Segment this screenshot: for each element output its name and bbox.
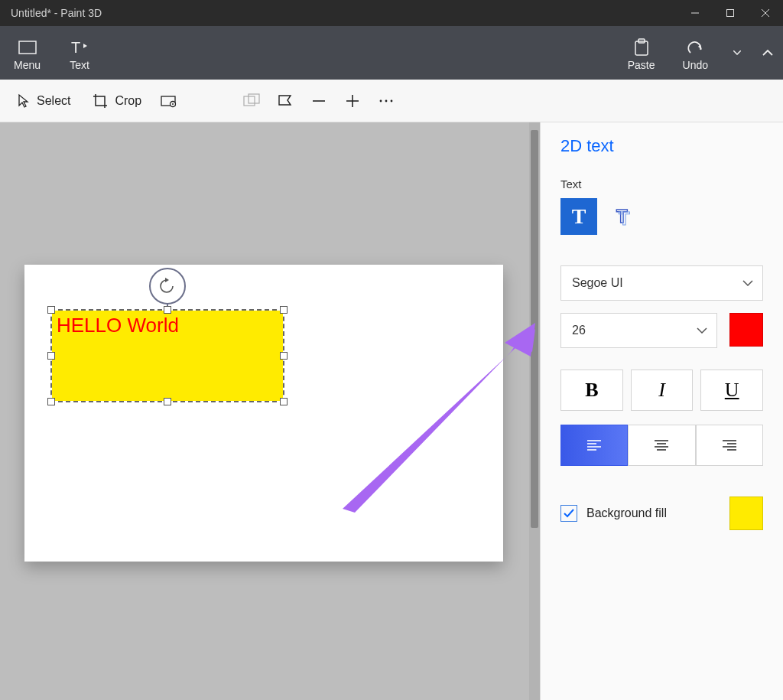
- background-fill-color[interactable]: [729, 497, 763, 530]
- menu-label: Menu: [14, 59, 41, 71]
- align-left-button[interactable]: [560, 425, 628, 466]
- window-title: Untitled* - Paint 3D: [11, 7, 677, 19]
- resize-handle-e[interactable]: [280, 352, 288, 360]
- resize-handle-nw[interactable]: [47, 306, 55, 314]
- text-3d-button[interactable]: T T: [608, 198, 645, 235]
- crop-label: Crop: [115, 94, 141, 108]
- crop-icon: [92, 93, 109, 109]
- align-left-icon: [586, 439, 603, 451]
- resize-handle-sw[interactable]: [47, 398, 55, 405]
- plus-tool[interactable]: [337, 86, 368, 116]
- close-button[interactable]: [748, 0, 783, 26]
- text-tool-button[interactable]: T Text: [54, 26, 105, 80]
- svg-rect-11: [244, 96, 255, 106]
- align-group: [560, 425, 763, 466]
- svg-rect-1: [727, 10, 734, 17]
- text-box-selection[interactable]: HELLO World: [52, 311, 283, 401]
- paste-icon: [633, 36, 650, 59]
- select-label: Select: [37, 94, 70, 108]
- select-tool[interactable]: Select: [8, 89, 80, 113]
- minimize-button[interactable]: [677, 0, 713, 26]
- canvas[interactable]: HELLO World: [24, 265, 503, 562]
- italic-button[interactable]: I: [631, 370, 694, 411]
- underline-button[interactable]: U: [700, 370, 763, 411]
- flag-tool[interactable]: [270, 86, 301, 116]
- svg-rect-4: [19, 41, 36, 54]
- crop-tool[interactable]: Crop: [83, 88, 151, 114]
- text-icon: T: [68, 36, 91, 59]
- svg-point-10: [172, 103, 174, 105]
- app-window: Untitled* - Paint 3D Menu T Text: [0, 0, 783, 700]
- svg-point-16: [380, 99, 382, 102]
- svg-text:T: T: [619, 208, 630, 229]
- main-area: HELLO World: [0, 122, 783, 700]
- menu-icon: [18, 36, 37, 59]
- canvas-viewport[interactable]: HELLO World: [0, 122, 540, 700]
- panel-title: 2D text: [560, 136, 763, 156]
- undo-label: Undo: [683, 59, 708, 71]
- font-size-value: 26: [572, 324, 586, 337]
- font-family-value: Segoe UI: [572, 276, 623, 290]
- svg-point-17: [385, 99, 388, 102]
- resize-handle-se[interactable]: [280, 398, 288, 405]
- ribbon: Menu T Text Paste Undo: [0, 26, 783, 80]
- more-dropdown[interactable]: [722, 26, 752, 80]
- text-3d-icon: T T: [614, 204, 638, 229]
- align-center-button[interactable]: [628, 425, 695, 466]
- magic-select-tool[interactable]: [154, 86, 184, 116]
- chevron-down-icon: [742, 280, 753, 286]
- resize-handle-w[interactable]: [47, 352, 55, 360]
- bold-button[interactable]: B: [560, 370, 623, 411]
- title-bar: Untitled* - Paint 3D: [0, 0, 783, 26]
- font-family-select[interactable]: Segoe UI: [560, 265, 763, 301]
- more-tools[interactable]: [371, 86, 401, 116]
- svg-point-18: [391, 99, 393, 102]
- chevron-down-icon: [697, 327, 707, 334]
- paste-button[interactable]: Paste: [614, 26, 669, 80]
- svg-text:T: T: [71, 39, 80, 56]
- menu-button[interactable]: Menu: [0, 26, 54, 80]
- align-right-button[interactable]: [696, 425, 763, 466]
- text-2d-button[interactable]: T: [560, 198, 597, 235]
- 3d-view-tool[interactable]: [236, 86, 267, 116]
- align-right-icon: [721, 439, 738, 451]
- canvas-text-content[interactable]: HELLO World: [52, 311, 283, 340]
- background-fill-label: Background fill: [586, 506, 720, 520]
- text-label: Text: [70, 59, 89, 71]
- maximize-button[interactable]: [713, 0, 748, 26]
- collapse-ribbon[interactable]: [752, 26, 783, 80]
- undo-icon: [685, 36, 705, 59]
- cursor-icon: [17, 93, 31, 109]
- rotate-icon: [158, 276, 177, 296]
- resize-handle-n[interactable]: [164, 306, 171, 314]
- check-icon: [564, 509, 574, 518]
- resize-handle-ne[interactable]: [280, 306, 288, 314]
- align-center-icon: [653, 439, 670, 451]
- minus-tool[interactable]: [304, 86, 334, 116]
- rotate-handle[interactable]: [149, 268, 186, 304]
- vertical-scrollbar[interactable]: [529, 122, 540, 700]
- scroll-thumb[interactable]: [531, 130, 538, 528]
- secondary-toolbar: Select Crop: [0, 80, 783, 122]
- background-fill-checkbox[interactable]: [560, 505, 577, 522]
- properties-panel: 2D text Text T T T Segoe UI: [540, 122, 783, 700]
- text-group-label: Text: [560, 177, 763, 190]
- svg-rect-12: [249, 94, 259, 103]
- paste-label: Paste: [628, 59, 655, 71]
- resize-handle-s[interactable]: [164, 398, 171, 405]
- font-size-select[interactable]: 26: [560, 313, 717, 348]
- text-color-swatch[interactable]: [729, 313, 763, 347]
- undo-button[interactable]: Undo: [669, 26, 722, 80]
